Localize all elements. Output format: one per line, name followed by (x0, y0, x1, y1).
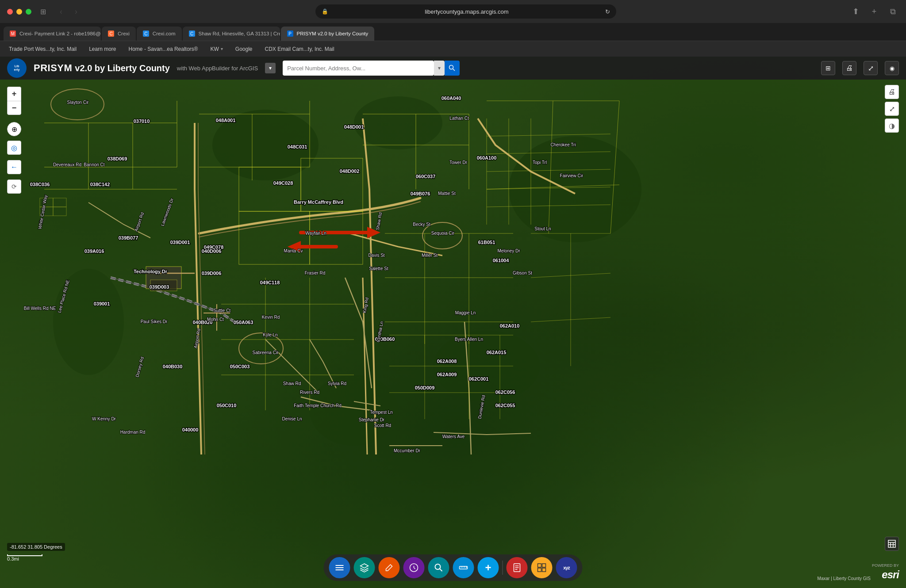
zoom-out-button[interactable]: − (7, 101, 21, 115)
accessibility-button[interactable]: ◉ (885, 61, 899, 75)
crexi-favicon: C (108, 31, 114, 37)
svg-text:Sabreena Cir: Sabreena Cir (253, 350, 279, 355)
svg-text:Mccumber Dr: Mccumber Dr (394, 448, 421, 453)
edit-button[interactable] (379, 557, 400, 578)
locate-button[interactable]: ◎ (7, 141, 21, 155)
search-bar (283, 61, 434, 76)
window-controls (7, 9, 31, 15)
svg-text:039D003: 039D003 (150, 284, 169, 290)
search-input[interactable] (287, 65, 430, 72)
back-nav-button[interactable]: ‹ (55, 5, 67, 18)
print-map-button[interactable]: 🖨 (885, 85, 899, 99)
layer-stack-button[interactable] (354, 557, 375, 578)
svg-text:039B077: 039B077 (119, 235, 138, 241)
svg-text:Paul Sikes Dr: Paul Sikes Dr (141, 319, 168, 324)
svg-text:Gibson St: Gibson St (513, 271, 532, 275)
svg-text:039D006: 039D006 (202, 271, 222, 276)
tab-prisym[interactable]: P PRISYM v2.0 by Liberty County (281, 27, 375, 41)
layers-button[interactable] (329, 557, 350, 578)
fullscreen-button[interactable]: ⤢ (864, 61, 878, 75)
svg-text:039A016: 039A016 (84, 248, 104, 254)
share-button[interactable]: ⬆ (849, 5, 862, 18)
svg-text:Sylvia Rd: Sylvia Rd (328, 381, 346, 386)
minimize-button[interactable] (16, 9, 22, 15)
svg-text:Fairview Cir: Fairview Cir (560, 173, 584, 178)
report-button[interactable] (507, 557, 528, 578)
svg-text:038C036: 038C036 (30, 182, 50, 187)
bookmark-cdx[interactable]: CDX Email Cam...ty, Inc. Mail (263, 45, 336, 53)
svg-text:049B076: 049B076 (411, 191, 430, 196)
maximize-button[interactable] (26, 9, 31, 15)
tab-prisym-label: PRISYM v2.0 by Liberty County (297, 31, 369, 36)
new-tab-button[interactable]: + (868, 5, 880, 18)
svg-text:050C010: 050C010 (217, 403, 237, 408)
subtitle-chevron[interactable]: ▾ (265, 63, 276, 73)
svg-text:Sequoia Cir: Sequoia Cir (431, 231, 455, 236)
search-button[interactable] (445, 61, 460, 76)
bookmark-tradeport[interactable]: Trade Port Wes...ty, Inc. Mail (7, 45, 78, 53)
table-view-button[interactable] (885, 537, 899, 551)
svg-text:Cherokee Tri: Cherokee Tri (550, 142, 576, 147)
svg-text:038C142: 038C142 (90, 182, 110, 187)
nav-buttons: ‹ › (55, 5, 82, 18)
search2-button[interactable] (428, 557, 449, 578)
tab-shaw[interactable]: C Shaw Rd, Hinesville, GA 31313 | Crexi.… (183, 27, 280, 41)
grid-button[interactable] (531, 557, 553, 578)
title-bar: ⊞ ‹ › 🔒 libertycountyga.maps.arcgis.com … (0, 0, 906, 23)
browser-chrome: ⊞ ‹ › 🔒 libertycountyga.maps.arcgis.com … (0, 0, 906, 57)
svg-text:049C028: 049C028 (273, 180, 293, 186)
svg-text:Wayfair Ln: Wayfair Ln (305, 231, 326, 236)
svg-line-163 (453, 69, 455, 71)
svg-rect-183 (542, 568, 546, 572)
reload-icon[interactable]: ↻ (605, 8, 610, 15)
search-chevron[interactable]: ▾ (434, 61, 445, 76)
navigation-back-button[interactable]: ← (7, 160, 21, 174)
basemap-gallery-button[interactable]: ⊞ (821, 61, 835, 75)
app-version: v2.0 by Liberty County (75, 63, 170, 73)
bookmark-kw[interactable]: KW ▾ (208, 45, 224, 53)
bookmark-google[interactable]: Google (234, 45, 254, 53)
tab-crexi2[interactable]: C Crexi.com (137, 27, 182, 41)
svg-text:039D001: 039D001 (170, 240, 190, 245)
svg-text:060A040: 060A040 (441, 95, 461, 101)
svg-text:062A015: 062A015 (487, 350, 507, 355)
svg-text:Topi Trl: Topi Trl (533, 160, 547, 165)
xyz-button[interactable]: xyz (556, 557, 577, 578)
compass-button[interactable]: ⊕ (7, 122, 21, 136)
svg-text:Lathan Ct: Lathan Ct (449, 116, 469, 121)
forward-nav-button[interactable]: › (70, 5, 82, 18)
print-button[interactable]: 🖨 (842, 61, 856, 75)
map-container[interactable]: 037010 048A001 048D001 060A040 049C028 0… (0, 57, 906, 588)
tab-overview-icon[interactable]: ⊞ (40, 8, 46, 16)
svg-text:Byers Allen Ln: Byers Allen Ln (455, 337, 483, 342)
svg-text:Manta Cv: Manta Cv (284, 248, 303, 253)
tab-crexi[interactable]: C Crexi (102, 27, 136, 41)
svg-text:Kevin Rd: Kevin Rd (262, 315, 280, 320)
svg-text:Tempest Ln: Tempest Ln (370, 410, 393, 415)
url-bar[interactable]: 🔒 libertycountyga.maps.arcgis.com ↻ (315, 4, 616, 19)
fullscreen-map-button[interactable]: ⤢ (885, 102, 899, 116)
bookmark-learnmore[interactable]: Learn more (87, 45, 118, 53)
accessibility-map-button[interactable]: ◑ (885, 118, 899, 133)
svg-text:048A001: 048A001 (216, 118, 236, 123)
svg-text:Rivers Rd: Rivers Rd (300, 390, 319, 395)
rotate-button[interactable]: ⟳ (7, 179, 21, 194)
bookmark-home[interactable]: Home - Savan...ea Realtors® (127, 45, 200, 53)
tab-gmail[interactable]: M Crexi- Payment Link 2 - robe1986@kw.co… (4, 27, 101, 41)
ssl-lock-icon: 🔒 (322, 8, 328, 15)
sidebar-toggle-button[interactable]: ⧉ (887, 5, 899, 18)
svg-text:Devereaux Rd: Devereaux Rd (53, 162, 81, 167)
close-button[interactable] (7, 9, 13, 15)
add-button[interactable]: + (478, 557, 499, 578)
svg-text:Frasier Rd: Frasier Rd (305, 271, 326, 275)
measure-button[interactable] (453, 557, 474, 578)
analysis-button[interactable] (403, 557, 425, 578)
svg-text:Tower Dr: Tower Dr (449, 160, 468, 165)
svg-text:Kyle Ln: Kyle Ln (263, 332, 277, 337)
svg-text:040000: 040000 (182, 427, 199, 432)
shaw-favicon: C (189, 31, 195, 37)
svg-text:W Kenny Dr: W Kenny Dr (92, 416, 116, 421)
esri-logo: esri (882, 569, 899, 581)
svg-text:Davis St: Davis St (368, 253, 384, 258)
zoom-in-button[interactable]: + (7, 87, 21, 101)
